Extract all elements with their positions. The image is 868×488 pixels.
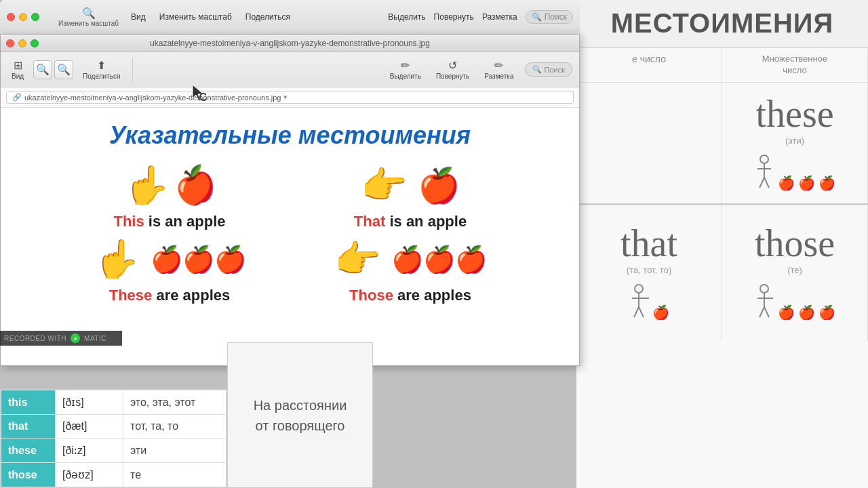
figure-those-person: [754, 283, 774, 321]
pronoun-images-this: 👆 🍎: [123, 163, 216, 207]
highlight-that: That: [354, 213, 385, 230]
highlight-those: Those: [349, 287, 393, 304]
address-icon: 🔗: [12, 93, 22, 102]
bottom-table: this [ðɪs] это, эта, этот that [ðæt] тот…: [0, 389, 227, 488]
rp-header: МЕСТОИМЕНИЯ: [576, 0, 868, 48]
bg-select[interactable]: Выделить: [388, 12, 425, 22]
search-label: Поиск: [545, 66, 565, 74]
trans-these: (эти): [785, 136, 804, 146]
rp-top-row: these (эти) 🍎 🍎 🍎: [576, 83, 868, 205]
tl-red[interactable]: [6, 39, 14, 47]
rp-bottom-row: that (та, тот, то) 🍎 those (те): [576, 205, 868, 340]
apple2-these: 🍎: [798, 175, 815, 191]
search-bar[interactable]: 🔍 Поиск: [525, 62, 572, 77]
word-that: that: [620, 224, 677, 262]
trans-this: это, эта, этот: [123, 390, 226, 415]
figures-those: 🍎 🍎 🍎: [754, 283, 835, 321]
pronoun-item-this: 👆 🍎 This is an apple: [53, 163, 287, 230]
tl-yellow[interactable]: [18, 39, 26, 47]
trans-that-cell: тот, та, то: [123, 415, 226, 439]
right-panel: МЕСТОИМЕНИЯ е число Множественноечисло t…: [576, 0, 868, 488]
zoom-in-btn[interactable]: 🔍: [54, 60, 73, 79]
bg-zoom-menu[interactable]: Изменить масштаб: [159, 12, 232, 22]
word-those: those: [755, 224, 835, 262]
pronoun-item-those: 👉 🍎🍎🍎 Those are apples: [294, 237, 528, 304]
zoom-in-icon: 🔍: [57, 63, 71, 76]
pronoun-images-those: 👉 🍎🍎🍎: [334, 237, 487, 281]
trans-these-cell: эти: [123, 439, 226, 463]
ipa-those: [ðəʊz]: [56, 463, 123, 487]
col-header-plural: Множественноечисло: [722, 48, 868, 82]
zoom-btns: 🔍 🔍: [33, 60, 73, 79]
hand-icon-these: 👆: [94, 237, 140, 281]
bg-search-bar[interactable]: 🔍 Поиск: [526, 10, 573, 24]
content-area: Указательные местоимения 👆 🍎 This is an …: [1, 108, 579, 318]
ipa-this: [ðɪs]: [56, 390, 123, 415]
apple2-those: 🍎: [798, 304, 815, 321]
greencast-logo: ●: [71, 333, 80, 343]
select-label: Выделить: [390, 73, 421, 80]
apple3-these: 🍎: [818, 175, 835, 191]
cell-that: that (та, тот, то) 🍎: [576, 205, 722, 340]
share-btn[interactable]: ⬆ Поделиться: [79, 58, 124, 81]
pronoun-item-that: 👉 🍎 That is an apple: [294, 163, 528, 230]
bg-view-label[interactable]: Вид: [131, 12, 146, 22]
apple3-those: 🍎: [818, 304, 835, 321]
highlight-this: This: [113, 213, 144, 230]
apple-icon-those: 🍎🍎🍎: [391, 245, 487, 274]
rest-that: is an apple: [389, 213, 467, 230]
distance-panel: На расстоянииот говорящего: [227, 342, 373, 488]
svg-line-14: [760, 307, 764, 317]
tl-yellow-bg[interactable]: [19, 13, 27, 21]
address-dropdown[interactable]: ▾: [283, 93, 288, 102]
tl-green-bg[interactable]: [31, 13, 39, 21]
bg-zoom-label: Изменить масштаб: [58, 20, 119, 27]
address-text: ukazatelnyye-mestoimeniya-v-anglijskom-y…: [24, 94, 281, 102]
hand-icon-that: 👉: [361, 163, 408, 207]
address-field[interactable]: 🔗 ukazatelnyye-mestoimeniya-v-anglijskom…: [6, 91, 574, 104]
bg-search-label: Поиск: [545, 12, 567, 22]
rotate-label: Повернуть: [436, 73, 469, 80]
bg-search-icon: 🔍: [532, 12, 542, 22]
apple-icon-this: 🍎: [168, 160, 221, 211]
pronoun-images-that: 👉 🍎: [361, 163, 460, 207]
pronoun-item-these: 👆 🍎🍎🍎 These are apples: [53, 237, 287, 304]
rest-these: are apples: [156, 287, 230, 304]
image-title: Указательные местоимения: [109, 121, 471, 150]
bg-rotate[interactable]: Повернуть: [434, 12, 474, 22]
rp-col-headers: е число Множественноечисло: [576, 48, 868, 83]
distance-text: На расстоянииот говорящего: [254, 395, 347, 436]
view-icon: ⊞: [14, 59, 22, 72]
word-these-cell: these: [1, 439, 56, 463]
bg-share-menu[interactable]: Поделиться: [245, 12, 290, 22]
share-label: Поделиться: [83, 73, 120, 80]
cell-this: [576, 83, 722, 203]
tl-red-bg[interactable]: [7, 13, 15, 21]
apple1-these: 🍎: [778, 175, 795, 191]
cell-those: those (те) 🍎 🍎 🍎: [722, 205, 868, 340]
bg-markup[interactable]: Разметка: [482, 12, 517, 22]
apple-that: 🍎: [652, 304, 669, 321]
word-this-cell: this: [1, 390, 56, 415]
apple-icon-these: 🍎🍎🍎: [151, 245, 246, 274]
svg-point-0: [760, 155, 768, 163]
markup-btn[interactable]: ✏ Разметка: [480, 58, 517, 81]
rotate-icon: ↺: [448, 59, 457, 72]
tl-green[interactable]: [31, 39, 39, 47]
markup-icon: ✏: [494, 59, 503, 72]
pronoun-text-this: This is an apple: [113, 213, 225, 230]
greencast-bar: RECORDED WITH ● MATIC: [0, 331, 122, 346]
svg-line-3: [760, 178, 764, 188]
search-icon: 🔍: [532, 65, 542, 74]
ipa-these: [ðiːz]: [56, 439, 123, 463]
bg-zoom-out-btn[interactable]: 🔍 Изменить масштаб: [58, 7, 119, 27]
view-btn[interactable]: ⊞ Вид: [7, 58, 28, 81]
select-btn[interactable]: ✏ Выделить: [386, 58, 425, 81]
rotate-btn[interactable]: ↺ Повернуть: [432, 58, 473, 81]
zoom-out-btn[interactable]: 🔍: [33, 60, 52, 79]
markup-label: Разметка: [484, 73, 513, 80]
highlight-these: These: [109, 287, 153, 304]
view-label: Вид: [12, 73, 24, 80]
pronoun-text-those: Those are apples: [349, 287, 471, 304]
table-row-these: these [ðiːz] эти: [1, 439, 226, 463]
